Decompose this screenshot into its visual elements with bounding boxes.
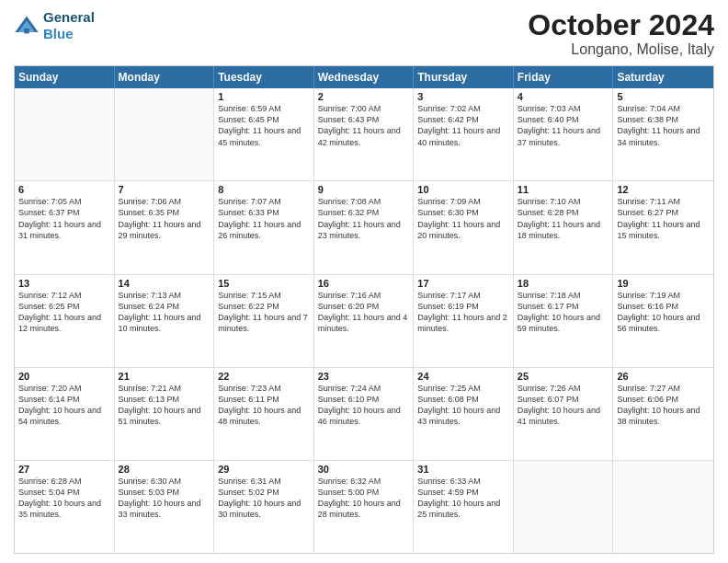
- day-info: Sunrise: 7:24 AM Sunset: 6:10 PM Dayligh…: [318, 383, 410, 428]
- calendar-cell: 20Sunrise: 7:20 AM Sunset: 6:14 PM Dayli…: [15, 368, 115, 460]
- calendar-cell: 3Sunrise: 7:02 AM Sunset: 6:42 PM Daylig…: [414, 88, 514, 180]
- weekday-header: Monday: [115, 66, 215, 88]
- calendar-cell: 6Sunrise: 7:05 AM Sunset: 6:37 PM Daylig…: [15, 181, 115, 273]
- calendar-cell: 12Sunrise: 7:11 AM Sunset: 6:27 PM Dayli…: [613, 181, 713, 273]
- day-number: 29: [218, 464, 310, 475]
- day-number: 10: [417, 184, 509, 195]
- day-info: Sunrise: 7:00 AM Sunset: 6:43 PM Dayligh…: [318, 103, 410, 148]
- day-info: Sunrise: 7:12 AM Sunset: 6:25 PM Dayligh…: [18, 290, 110, 335]
- day-number: 20: [18, 371, 110, 382]
- calendar-cell: 31Sunrise: 6:33 AM Sunset: 4:59 PM Dayli…: [414, 461, 514, 553]
- day-info: Sunrise: 7:16 AM Sunset: 6:20 PM Dayligh…: [318, 290, 410, 335]
- day-number: 23: [318, 371, 410, 382]
- logo-icon: [14, 13, 40, 39]
- day-number: 22: [218, 371, 310, 382]
- calendar-cell: [613, 461, 713, 553]
- day-number: 2: [318, 91, 410, 102]
- calendar-cell: 16Sunrise: 7:16 AM Sunset: 6:20 PM Dayli…: [314, 275, 415, 367]
- calendar-cell: 27Sunrise: 6:28 AM Sunset: 5:04 PM Dayli…: [15, 461, 115, 553]
- calendar-cell: 25Sunrise: 7:26 AM Sunset: 6:07 PM Dayli…: [514, 368, 614, 460]
- calendar-cell: 7Sunrise: 7:06 AM Sunset: 6:35 PM Daylig…: [115, 181, 215, 273]
- calendar-cell: 14Sunrise: 7:13 AM Sunset: 6:24 PM Dayli…: [115, 275, 215, 367]
- day-number: 14: [119, 278, 210, 289]
- day-number: 1: [218, 91, 310, 102]
- calendar: SundayMondayTuesdayWednesdayThursdayFrid…: [14, 65, 714, 554]
- calendar-cell: 17Sunrise: 7:17 AM Sunset: 6:19 PM Dayli…: [414, 275, 514, 367]
- day-info: Sunrise: 7:20 AM Sunset: 6:14 PM Dayligh…: [18, 383, 110, 428]
- calendar-cell: 29Sunrise: 6:31 AM Sunset: 5:02 PM Dayli…: [214, 461, 314, 553]
- weekday-header: Wednesday: [314, 66, 415, 88]
- day-info: Sunrise: 7:21 AM Sunset: 6:13 PM Dayligh…: [119, 383, 210, 428]
- day-info: Sunrise: 6:28 AM Sunset: 5:04 PM Dayligh…: [18, 476, 110, 521]
- day-number: 25: [518, 371, 609, 382]
- calendar-row: 20Sunrise: 7:20 AM Sunset: 6:14 PM Dayli…: [15, 367, 713, 460]
- day-info: Sunrise: 6:30 AM Sunset: 5:03 PM Dayligh…: [119, 476, 210, 521]
- calendar-cell: 11Sunrise: 7:10 AM Sunset: 6:28 PM Dayli…: [514, 181, 614, 273]
- calendar-row: 6Sunrise: 7:05 AM Sunset: 6:37 PM Daylig…: [15, 180, 713, 273]
- calendar-cell: 23Sunrise: 7:24 AM Sunset: 6:10 PM Dayli…: [314, 368, 415, 460]
- day-number: 6: [18, 184, 110, 195]
- calendar-cell: 21Sunrise: 7:21 AM Sunset: 6:13 PM Dayli…: [115, 368, 215, 460]
- weekday-header: Saturday: [613, 66, 713, 88]
- day-info: Sunrise: 7:07 AM Sunset: 6:33 PM Dayligh…: [218, 196, 310, 241]
- calendar-cell: [15, 88, 115, 180]
- day-info: Sunrise: 7:13 AM Sunset: 6:24 PM Dayligh…: [119, 290, 210, 335]
- day-number: 26: [617, 371, 710, 382]
- weekday-header: Friday: [514, 66, 614, 88]
- calendar-cell: [514, 461, 614, 553]
- calendar-cell: 9Sunrise: 7:08 AM Sunset: 6:32 PM Daylig…: [314, 181, 415, 273]
- day-info: Sunrise: 7:17 AM Sunset: 6:19 PM Dayligh…: [417, 290, 509, 335]
- day-number: 15: [218, 278, 310, 289]
- day-number: 31: [417, 464, 509, 475]
- weekday-header: Tuesday: [214, 66, 314, 88]
- day-number: 21: [119, 371, 210, 382]
- calendar-cell: 1Sunrise: 6:59 AM Sunset: 6:45 PM Daylig…: [214, 88, 314, 180]
- header: General Blue October 2024 Longano, Molis…: [14, 9, 714, 58]
- day-number: 27: [18, 464, 110, 475]
- day-number: 9: [318, 184, 410, 195]
- calendar-cell: 30Sunrise: 6:32 AM Sunset: 5:00 PM Dayli…: [314, 461, 415, 553]
- day-number: 28: [119, 464, 210, 475]
- day-info: Sunrise: 7:18 AM Sunset: 6:17 PM Dayligh…: [518, 290, 609, 335]
- calendar-cell: 19Sunrise: 7:19 AM Sunset: 6:16 PM Dayli…: [613, 275, 713, 367]
- day-info: Sunrise: 6:31 AM Sunset: 5:02 PM Dayligh…: [218, 476, 310, 521]
- day-info: Sunrise: 7:25 AM Sunset: 6:08 PM Dayligh…: [417, 383, 509, 428]
- calendar-title: October 2024: [528, 9, 714, 41]
- day-number: 7: [119, 184, 210, 195]
- day-number: 12: [617, 184, 710, 195]
- calendar-row: 27Sunrise: 6:28 AM Sunset: 5:04 PM Dayli…: [15, 460, 713, 553]
- day-info: Sunrise: 7:08 AM Sunset: 6:32 PM Dayligh…: [318, 196, 410, 241]
- calendar-cell: [115, 88, 215, 180]
- weekday-header: Thursday: [414, 66, 514, 88]
- calendar-cell: 22Sunrise: 7:23 AM Sunset: 6:11 PM Dayli…: [214, 368, 314, 460]
- calendar-cell: 18Sunrise: 7:18 AM Sunset: 6:17 PM Dayli…: [514, 275, 614, 367]
- day-info: Sunrise: 6:32 AM Sunset: 5:00 PM Dayligh…: [318, 476, 410, 521]
- day-info: Sunrise: 7:26 AM Sunset: 6:07 PM Dayligh…: [518, 383, 609, 428]
- calendar-cell: 4Sunrise: 7:03 AM Sunset: 6:40 PM Daylig…: [514, 88, 614, 180]
- calendar-cell: 2Sunrise: 7:00 AM Sunset: 6:43 PM Daylig…: [314, 88, 415, 180]
- weekday-header: Sunday: [15, 66, 115, 88]
- day-info: Sunrise: 7:02 AM Sunset: 6:42 PM Dayligh…: [417, 103, 509, 148]
- day-info: Sunrise: 7:10 AM Sunset: 6:28 PM Dayligh…: [518, 196, 609, 241]
- day-number: 30: [318, 464, 410, 475]
- day-number: 18: [518, 278, 609, 289]
- calendar-header: SundayMondayTuesdayWednesdayThursdayFrid…: [15, 66, 713, 88]
- calendar-cell: 13Sunrise: 7:12 AM Sunset: 6:25 PM Dayli…: [15, 275, 115, 367]
- day-info: Sunrise: 6:33 AM Sunset: 4:59 PM Dayligh…: [417, 476, 509, 521]
- page: General Blue October 2024 Longano, Molis…: [0, 0, 728, 563]
- day-number: 5: [617, 91, 710, 102]
- day-info: Sunrise: 7:05 AM Sunset: 6:37 PM Dayligh…: [18, 196, 110, 241]
- svg-rect-3: [24, 29, 29, 34]
- calendar-row: 1Sunrise: 6:59 AM Sunset: 6:45 PM Daylig…: [15, 88, 713, 180]
- day-number: 11: [518, 184, 609, 195]
- day-number: 4: [518, 91, 609, 102]
- calendar-cell: 8Sunrise: 7:07 AM Sunset: 6:33 PM Daylig…: [214, 181, 314, 273]
- day-info: Sunrise: 7:23 AM Sunset: 6:11 PM Dayligh…: [218, 383, 310, 428]
- day-info: Sunrise: 6:59 AM Sunset: 6:45 PM Dayligh…: [218, 103, 310, 148]
- day-info: Sunrise: 7:15 AM Sunset: 6:22 PM Dayligh…: [218, 290, 310, 335]
- calendar-cell: 10Sunrise: 7:09 AM Sunset: 6:30 PM Dayli…: [414, 181, 514, 273]
- day-info: Sunrise: 7:06 AM Sunset: 6:35 PM Dayligh…: [119, 196, 210, 241]
- day-number: 8: [218, 184, 310, 195]
- calendar-cell: 5Sunrise: 7:04 AM Sunset: 6:38 PM Daylig…: [613, 88, 713, 180]
- day-number: 16: [318, 278, 410, 289]
